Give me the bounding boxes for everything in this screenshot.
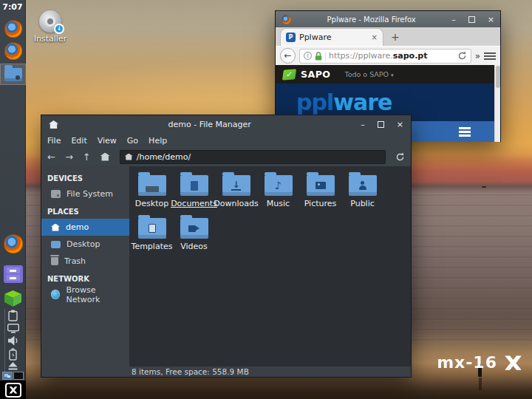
- menu-help[interactable]: Help: [149, 136, 167, 146]
- folder-music[interactable]: ♪ Music: [257, 172, 299, 215]
- folder-icon: [349, 175, 377, 196]
- folder-label: Pictures: [304, 199, 337, 208]
- scrollbar-thumb[interactable]: [496, 66, 500, 88]
- up-button[interactable]: ↑: [83, 152, 91, 162]
- folder-pictures[interactable]: Pictures: [299, 172, 341, 215]
- firefox-menu-button[interactable]: [484, 52, 496, 60]
- status-bar: 8 items, Free space: 558.9 MB: [129, 366, 411, 377]
- maximize-button[interactable]: [378, 121, 384, 128]
- sidebar-item-file-system[interactable]: File System: [41, 185, 129, 202]
- sapo-logo-text[interactable]: SAPO: [301, 69, 330, 80]
- firefox-icon: [282, 15, 291, 24]
- menu-go[interactable]: Go: [127, 136, 138, 146]
- file-manager-window-title: demo - File Manager: [58, 120, 361, 129]
- taskbar-firefox-window-1[interactable]: [0, 19, 26, 38]
- workspace-1-active[interactable]: [2, 372, 13, 380]
- sidebar-item-desktop[interactable]: Desktop: [41, 236, 129, 253]
- folder-public[interactable]: Public: [341, 172, 383, 215]
- https-lock-icon[interactable]: [315, 52, 322, 61]
- folder-icon: [180, 175, 208, 196]
- url-bar[interactable]: i https://pplware.sapo.pt: [299, 49, 471, 64]
- tray-clipboard[interactable]: [0, 309, 26, 321]
- back-button[interactable]: ←: [47, 152, 55, 162]
- tray-eject[interactable]: [0, 361, 26, 370]
- sidebar-item-label: demo: [66, 222, 89, 232]
- sidebar-item-demo[interactable]: demo: [41, 219, 129, 236]
- sapo-logo-icon: ✓: [282, 69, 296, 80]
- scrollbar[interactable]: [494, 65, 500, 142]
- reload-button[interactable]: [457, 51, 467, 61]
- display-icon: [7, 324, 19, 333]
- firefox-titlebar[interactable]: Pplware - Mozilla Firefox – ×: [276, 11, 500, 27]
- sidebar-item-browse-network[interactable]: Browse Network: [41, 286, 129, 303]
- installer-label: Installer: [33, 34, 68, 44]
- download-badge-icon: ↓: [54, 24, 64, 34]
- taskbar-panel: 7:07: [0, 0, 26, 399]
- divider: [325, 52, 326, 61]
- installer-desktop-icon[interactable]: ↓ Installer: [33, 10, 68, 44]
- taskbar-file-manager-active[interactable]: [0, 64, 26, 85]
- folder-icon: ↓: [222, 175, 250, 196]
- sidebar-item-label: Desktop: [66, 239, 100, 249]
- url-text[interactable]: https://pplware.sapo.pt: [329, 51, 454, 61]
- boat-silhouette: [482, 186, 486, 188]
- tray-volume[interactable]: [0, 335, 26, 346]
- close-button[interactable]: ×: [488, 16, 494, 24]
- sidebar-header-devices: DEVICES: [41, 172, 129, 185]
- launcher-package-installer[interactable]: [0, 290, 26, 307]
- reload-button[interactable]: [395, 152, 405, 162]
- tray-battery[interactable]: [0, 347, 26, 361]
- file-manager-titlebar[interactable]: demo - File Manager – ×: [41, 115, 411, 134]
- sapo-menu[interactable]: Todo o SAPO ▾: [344, 70, 393, 78]
- folder-label: Public: [350, 199, 375, 208]
- tray-display[interactable]: [0, 323, 26, 333]
- maximize-button[interactable]: [468, 16, 475, 23]
- taskbar-firefox-window-2[interactable]: [0, 41, 26, 61]
- folder-videos[interactable]: Videos: [173, 215, 215, 258]
- home-icon: [51, 224, 60, 231]
- status-text: 8 items, Free space: 558.9 MB: [132, 368, 249, 376]
- mx-menu-button[interactable]: [0, 381, 26, 399]
- workspace-switcher[interactable]: [0, 371, 26, 381]
- overflow-chevron[interactable]: »: [475, 51, 480, 61]
- file-manager-menubar: File Edit View Go Help: [41, 134, 411, 147]
- folder-downloads[interactable]: ↓ Downloads: [215, 172, 257, 215]
- back-button[interactable]: ←: [280, 48, 296, 64]
- forward-button[interactable]: →: [65, 152, 73, 162]
- clipboard-icon: [8, 310, 18, 321]
- folder-templates[interactable]: Templates: [131, 215, 173, 258]
- network-globe-icon: [51, 290, 60, 299]
- chevron-down-icon: ▾: [391, 72, 394, 78]
- mx-logo-icon: [5, 383, 21, 398]
- file-manager-icon: [4, 68, 22, 81]
- minimize-button[interactable]: –: [451, 16, 456, 24]
- firefox-window-title: Pplware - Mozilla Firefox: [291, 16, 451, 24]
- close-button[interactable]: ×: [397, 120, 403, 129]
- menu-file[interactable]: File: [47, 136, 61, 146]
- pplware-favicon: P: [286, 33, 296, 42]
- tab-close-icon[interactable]: ×: [372, 33, 378, 41]
- workspace-2[interactable]: [13, 372, 24, 380]
- tab-pplware[interactable]: P Pplware ×: [280, 28, 383, 46]
- sidebar-item-trash[interactable]: Trash: [41, 253, 129, 270]
- menu-view[interactable]: View: [98, 136, 117, 146]
- menu-edit[interactable]: Edit: [71, 136, 86, 146]
- site-menu-icon[interactable]: [459, 127, 471, 137]
- folder-icon: [180, 218, 208, 239]
- launcher-firefox[interactable]: [0, 233, 26, 253]
- folder-icon: [138, 218, 166, 239]
- pplware-logo[interactable]: pplware: [296, 89, 392, 115]
- launcher-file-cabinet[interactable]: [0, 265, 26, 284]
- path-bar[interactable]: /home/demo/: [120, 150, 386, 164]
- new-tab-button[interactable]: +: [391, 31, 400, 43]
- folder-label: Downloads: [214, 199, 258, 208]
- firefox-icon: [4, 234, 23, 253]
- folder-documents[interactable]: Documents: [173, 172, 215, 215]
- home-button[interactable]: [100, 153, 110, 161]
- page-info-icon[interactable]: i: [304, 52, 312, 60]
- tab-label: Pplware: [299, 33, 368, 42]
- minimize-button[interactable]: –: [361, 120, 365, 129]
- person-reflection: [479, 378, 482, 390]
- current-path: /home/demo/: [137, 152, 191, 162]
- folder-desktop[interactable]: Desktop: [131, 172, 173, 215]
